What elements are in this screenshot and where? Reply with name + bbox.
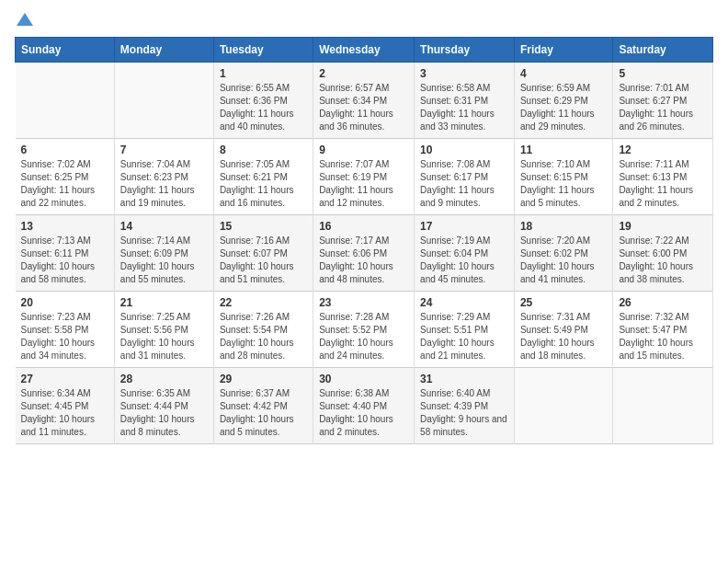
calendar-week-row: 13Sunrise: 7:13 AM Sunset: 6:11 PM Dayli… [16, 215, 713, 292]
logo-icon [17, 11, 33, 28]
day-detail: Sunrise: 6:59 AM Sunset: 6:29 PM Dayligh… [520, 82, 607, 133]
day-number: 12 [619, 144, 707, 156]
calendar-cell: 8Sunrise: 7:05 AM Sunset: 6:21 PM Daylig… [213, 139, 313, 215]
calendar-cell: 4Sunrise: 6:59 AM Sunset: 6:29 PM Daylig… [514, 63, 612, 139]
day-number: 7 [120, 144, 208, 156]
day-detail: Sunrise: 7:28 AM Sunset: 5:52 PM Dayligh… [319, 311, 408, 362]
calendar-cell: 21Sunrise: 7:25 AM Sunset: 5:56 PM Dayli… [114, 292, 213, 368]
day-number: 31 [420, 373, 508, 385]
calendar-week-row: 20Sunrise: 7:23 AM Sunset: 5:58 PM Dayli… [16, 292, 713, 368]
day-detail: Sunrise: 7:04 AM Sunset: 6:23 PM Dayligh… [120, 158, 208, 210]
calendar-cell: 20Sunrise: 7:23 AM Sunset: 5:58 PM Dayli… [16, 292, 115, 368]
day-detail: Sunrise: 7:29 AM Sunset: 5:51 PM Dayligh… [420, 311, 508, 362]
calendar-cell [613, 368, 713, 444]
calendar-header-row: SundayMondayTuesdayWednesdayThursdayFrid… [16, 38, 713, 63]
calendar-cell: 17Sunrise: 7:19 AM Sunset: 6:04 PM Dayli… [415, 215, 515, 292]
calendar-cell: 1Sunrise: 6:55 AM Sunset: 6:36 PM Daylig… [213, 63, 313, 139]
day-number: 18 [520, 220, 607, 233]
day-detail: Sunrise: 7:02 AM Sunset: 6:25 PM Dayligh… [21, 158, 108, 210]
day-number: 30 [319, 373, 408, 385]
day-detail: Sunrise: 6:55 AM Sunset: 6:36 PM Dayligh… [220, 82, 307, 133]
calendar-cell: 5Sunrise: 7:01 AM Sunset: 6:27 PM Daylig… [613, 63, 713, 139]
day-number: 23 [319, 296, 408, 309]
calendar-cell: 19Sunrise: 7:22 AM Sunset: 6:00 PM Dayli… [613, 215, 713, 292]
calendar-header-monday: Monday [114, 38, 213, 63]
calendar-cell: 29Sunrise: 6:37 AM Sunset: 4:42 PM Dayli… [213, 368, 313, 444]
calendar-week-row: 27Sunrise: 6:34 AM Sunset: 4:45 PM Dayli… [16, 368, 713, 444]
calendar-cell [16, 63, 115, 139]
day-detail: Sunrise: 7:11 AM Sunset: 6:13 PM Dayligh… [619, 158, 707, 210]
calendar-cell: 12Sunrise: 7:11 AM Sunset: 6:13 PM Dayli… [613, 139, 713, 215]
calendar-cell: 25Sunrise: 7:31 AM Sunset: 5:49 PM Dayli… [514, 292, 612, 368]
day-number: 20 [21, 296, 108, 309]
day-detail: Sunrise: 6:40 AM Sunset: 4:39 PM Dayligh… [420, 387, 508, 439]
calendar-cell: 24Sunrise: 7:29 AM Sunset: 5:51 PM Dayli… [415, 292, 515, 368]
calendar-header-thursday: Thursday [415, 38, 515, 63]
calendar-cell: 7Sunrise: 7:04 AM Sunset: 6:23 PM Daylig… [114, 139, 213, 215]
day-detail: Sunrise: 7:01 AM Sunset: 6:27 PM Dayligh… [619, 82, 707, 133]
day-number: 4 [520, 67, 607, 80]
day-detail: Sunrise: 7:26 AM Sunset: 5:54 PM Dayligh… [220, 311, 307, 362]
day-number: 2 [319, 67, 408, 80]
calendar-cell: 28Sunrise: 6:35 AM Sunset: 4:44 PM Dayli… [114, 368, 213, 444]
day-detail: Sunrise: 7:08 AM Sunset: 6:17 PM Dayligh… [420, 158, 508, 210]
calendar-cell: 22Sunrise: 7:26 AM Sunset: 5:54 PM Dayli… [213, 292, 313, 368]
calendar-cell: 13Sunrise: 7:13 AM Sunset: 6:11 PM Dayli… [16, 215, 115, 292]
day-detail: Sunrise: 7:14 AM Sunset: 6:09 PM Dayligh… [120, 235, 208, 286]
day-detail: Sunrise: 7:19 AM Sunset: 6:04 PM Dayligh… [420, 235, 508, 286]
day-number: 29 [220, 373, 307, 385]
page-header [15, 15, 713, 28]
day-number: 27 [21, 373, 108, 385]
day-number: 22 [220, 296, 307, 309]
day-detail: Sunrise: 6:57 AM Sunset: 6:34 PM Dayligh… [319, 82, 408, 133]
day-number: 3 [420, 67, 508, 80]
calendar-cell [114, 63, 213, 139]
day-detail: Sunrise: 7:16 AM Sunset: 6:07 PM Dayligh… [220, 235, 307, 286]
day-number: 16 [319, 220, 408, 233]
svg-marker-0 [17, 13, 33, 26]
day-number: 19 [619, 220, 707, 233]
calendar-cell: 2Sunrise: 6:57 AM Sunset: 6:34 PM Daylig… [313, 63, 415, 139]
day-number: 5 [619, 67, 707, 80]
day-number: 28 [120, 373, 208, 385]
day-detail: Sunrise: 7:17 AM Sunset: 6:06 PM Dayligh… [319, 235, 408, 286]
day-number: 14 [120, 220, 208, 233]
calendar-week-row: 1Sunrise: 6:55 AM Sunset: 6:36 PM Daylig… [16, 63, 713, 139]
calendar-week-row: 6Sunrise: 7:02 AM Sunset: 6:25 PM Daylig… [16, 139, 713, 215]
calendar-cell: 23Sunrise: 7:28 AM Sunset: 5:52 PM Dayli… [313, 292, 415, 368]
calendar-cell: 15Sunrise: 7:16 AM Sunset: 6:07 PM Dayli… [213, 215, 313, 292]
calendar-cell: 31Sunrise: 6:40 AM Sunset: 4:39 PM Dayli… [415, 368, 515, 444]
day-number: 6 [21, 144, 108, 156]
day-detail: Sunrise: 6:35 AM Sunset: 4:44 PM Dayligh… [120, 387, 208, 439]
calendar-table: SundayMondayTuesdayWednesdayThursdayFrid… [15, 37, 713, 444]
day-number: 9 [319, 144, 408, 156]
day-number: 21 [120, 296, 208, 309]
calendar-cell: 16Sunrise: 7:17 AM Sunset: 6:06 PM Dayli… [313, 215, 415, 292]
calendar-header-wednesday: Wednesday [313, 38, 415, 63]
day-number: 24 [420, 296, 508, 309]
calendar-cell: 18Sunrise: 7:20 AM Sunset: 6:02 PM Dayli… [514, 215, 612, 292]
day-detail: Sunrise: 7:05 AM Sunset: 6:21 PM Dayligh… [220, 158, 307, 210]
calendar-cell: 11Sunrise: 7:10 AM Sunset: 6:15 PM Dayli… [514, 139, 612, 215]
calendar-cell: 10Sunrise: 7:08 AM Sunset: 6:17 PM Dayli… [415, 139, 515, 215]
day-detail: Sunrise: 6:37 AM Sunset: 4:42 PM Dayligh… [220, 387, 307, 439]
calendar-cell: 6Sunrise: 7:02 AM Sunset: 6:25 PM Daylig… [16, 139, 115, 215]
day-number: 25 [520, 296, 607, 309]
day-detail: Sunrise: 6:58 AM Sunset: 6:31 PM Dayligh… [420, 82, 508, 133]
day-number: 10 [420, 144, 508, 156]
calendar-header-friday: Friday [514, 38, 612, 63]
day-detail: Sunrise: 7:22 AM Sunset: 6:00 PM Dayligh… [619, 235, 707, 286]
calendar-header-sunday: Sunday [16, 38, 115, 63]
calendar-cell: 9Sunrise: 7:07 AM Sunset: 6:19 PM Daylig… [313, 139, 415, 215]
day-detail: Sunrise: 7:32 AM Sunset: 5:47 PM Dayligh… [619, 311, 707, 362]
day-detail: Sunrise: 7:07 AM Sunset: 6:19 PM Dayligh… [319, 158, 408, 210]
calendar-cell: 14Sunrise: 7:14 AM Sunset: 6:09 PM Dayli… [114, 215, 213, 292]
day-detail: Sunrise: 7:13 AM Sunset: 6:11 PM Dayligh… [21, 235, 108, 286]
day-number: 8 [220, 144, 307, 156]
day-number: 13 [21, 220, 108, 233]
logo [15, 15, 33, 28]
day-detail: Sunrise: 7:20 AM Sunset: 6:02 PM Dayligh… [520, 235, 607, 286]
day-number: 26 [619, 296, 707, 309]
day-detail: Sunrise: 7:25 AM Sunset: 5:56 PM Dayligh… [120, 311, 208, 362]
calendar-cell [514, 368, 612, 444]
